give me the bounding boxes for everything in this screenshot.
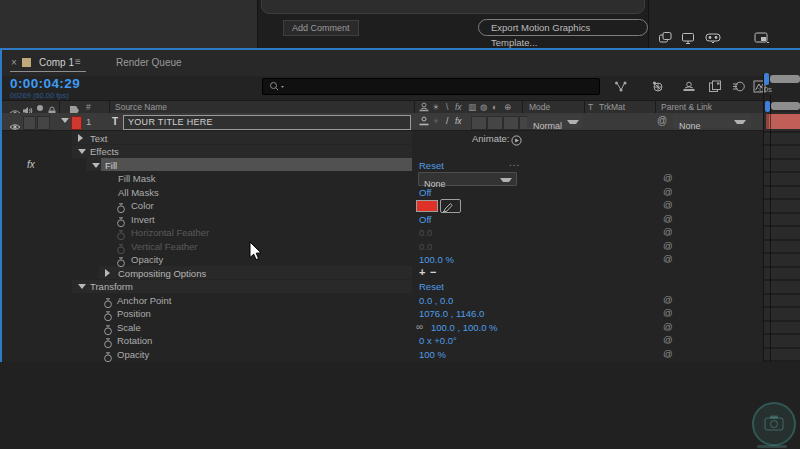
scale-value[interactable]: 100.0 , 100.0 %: [431, 322, 498, 333]
color-swatch[interactable]: [416, 200, 438, 212]
pickwhip-horizontal-feather[interactable]: @: [663, 226, 673, 237]
twirl-text[interactable]: [78, 134, 83, 142]
stopwatch-color[interactable]: [116, 200, 126, 211]
frame-blending-icon[interactable]: [708, 79, 722, 93]
work-area-track[interactable]: [771, 102, 800, 110]
motion-blur-icon[interactable]: [732, 79, 746, 93]
label-fill[interactable]: Fill: [105, 160, 117, 171]
layer-frame-blend-cell[interactable]: [471, 116, 487, 130]
layer-fx-switch[interactable]: fx: [455, 116, 462, 126]
label-anchor-point[interactable]: Anchor Point: [117, 295, 171, 306]
twirl-compositing-options[interactable]: [105, 269, 110, 277]
vertical-feather-value[interactable]: 0.0: [419, 241, 432, 252]
layer-duration-bar[interactable]: [766, 114, 800, 129]
stopwatch-rotation[interactable]: [103, 335, 113, 346]
label-fill-opacity[interactable]: Opacity: [131, 254, 163, 265]
export-motion-graphics-template-button[interactable]: Export Motion Graphics Template...: [478, 19, 648, 36]
twirl-transform[interactable]: [78, 284, 86, 289]
work-area-handle[interactable]: [765, 101, 770, 112]
add-comment-button[interactable]: Add Comment: [283, 20, 359, 36]
index-column-header[interactable]: #: [86, 102, 91, 112]
fill-opacity-value[interactable]: 100.0 %: [419, 254, 454, 265]
close-icon[interactable]: ×: [11, 57, 17, 68]
layer-adjustment-cell[interactable]: [503, 116, 519, 130]
reset-transform[interactable]: Reset: [419, 281, 444, 292]
add-property-button[interactable]: +: [419, 266, 425, 278]
stopwatch-transform-opacity[interactable]: [103, 349, 113, 360]
label-compositing-options[interactable]: Compositing Options: [118, 268, 206, 279]
layers-icon[interactable]: [658, 31, 674, 46]
pip-icon[interactable]: [754, 31, 770, 46]
remove-property-button[interactable]: −: [430, 266, 436, 278]
display-icon[interactable]: [681, 31, 697, 46]
stopwatch-horizontal-feather[interactable]: [116, 227, 126, 238]
rotation-value[interactable]: 0 x +0.0°: [419, 335, 457, 346]
label-vertical-feather[interactable]: Vertical Feather: [131, 241, 198, 252]
current-time-indicator[interactable]: [770, 95, 771, 362]
mini-flowchart-icon[interactable]: [614, 79, 628, 93]
pickwhip-transform-opacity[interactable]: @: [663, 348, 673, 359]
layer-solo-cell[interactable]: [37, 116, 50, 130]
label-all-masks[interactable]: All Masks: [118, 187, 159, 198]
pickwhip-invert[interactable]: @: [663, 213, 673, 224]
tab-render-queue[interactable]: Render Queue: [116, 57, 182, 68]
layer-name-field[interactable]: YOUR TITLE HERE: [123, 115, 411, 130]
stopwatch-fill-opacity[interactable]: [116, 254, 126, 265]
timeline-navigator-handle[interactable]: [764, 73, 769, 85]
layer-quality-switch[interactable]: /: [446, 116, 448, 126]
timeline-navigator-track[interactable]: [770, 75, 800, 83]
layer-collapse-switch[interactable]: ☀: [432, 116, 440, 126]
position-value[interactable]: 1076.0 , 1146.0: [419, 308, 484, 319]
current-timecode[interactable]: 0:00:04:29: [10, 76, 80, 91]
label-invert[interactable]: Invert: [131, 214, 155, 225]
parent-dropdown[interactable]: None: [673, 115, 751, 128]
effect-options-dots[interactable]: ...: [509, 157, 520, 168]
mode-column-header[interactable]: Mode: [529, 102, 550, 112]
twirl-fill[interactable]: [92, 163, 100, 168]
invert-value[interactable]: Off: [419, 214, 432, 225]
goggles-icon[interactable]: [705, 31, 721, 46]
stopwatch-vertical-feather[interactable]: [116, 241, 126, 252]
eyedropper-button[interactable]: [440, 199, 461, 213]
twirl-effects[interactable]: [78, 149, 86, 154]
search-input[interactable]: [262, 78, 600, 95]
label-rotation[interactable]: Rotation: [117, 335, 152, 346]
label-transform[interactable]: Transform: [90, 281, 133, 292]
horizontal-feather-value[interactable]: 0.0: [419, 227, 432, 238]
stopwatch-scale[interactable]: [103, 322, 113, 333]
pickwhip-anchor-point[interactable]: @: [663, 294, 673, 305]
draft-3d-icon[interactable]: [651, 79, 665, 93]
pickwhip-rotation[interactable]: @: [663, 334, 673, 345]
transform-opacity-value[interactable]: 100 %: [419, 349, 446, 360]
label-transform-opacity[interactable]: Opacity: [117, 349, 149, 360]
t-column-header[interactable]: T: [588, 102, 593, 112]
trkmat-dropdown[interactable]: [587, 115, 653, 128]
label-text[interactable]: Text: [90, 133, 107, 144]
pickwhip-fill-opacity[interactable]: @: [663, 253, 673, 264]
shy-layers-icon[interactable]: [682, 79, 696, 93]
scale-link-icon[interactable]: ∞: [416, 321, 423, 332]
solo-column-icon[interactable]: [37, 105, 43, 111]
label-fill-mask[interactable]: Fill Mask: [118, 173, 155, 184]
pickwhip-vertical-feather[interactable]: @: [663, 240, 673, 251]
label-color[interactable]: Color: [131, 200, 154, 211]
stopwatch-anchor-point[interactable]: [103, 295, 113, 306]
fill-mask-dropdown[interactable]: None: [418, 172, 517, 186]
pickwhip-scale[interactable]: @: [663, 321, 673, 332]
layer-audio-cell[interactable]: [23, 116, 36, 130]
stopwatch-position[interactable]: [103, 308, 113, 319]
trkmat-column-header[interactable]: TrkMat: [599, 102, 625, 112]
label-scale[interactable]: Scale: [117, 322, 141, 333]
layer-shy-switch[interactable]: [419, 116, 429, 128]
pickwhip-fill-mask[interactable]: @: [663, 172, 673, 183]
anchor-point-value[interactable]: 0.0 , 0.0: [419, 295, 453, 306]
all-masks-value[interactable]: Off: [419, 187, 432, 198]
parent-link-column-header[interactable]: Parent & Link: [661, 102, 712, 112]
panel-menu-icon[interactable]: ≡: [75, 56, 81, 67]
stopwatch-invert[interactable]: [116, 214, 126, 225]
layer-label-swatch[interactable]: [71, 116, 82, 130]
pickwhip-color[interactable]: @: [663, 199, 673, 210]
pickwhip-all-masks[interactable]: @: [663, 186, 673, 197]
reset-fill[interactable]: Reset: [419, 160, 444, 171]
blend-mode-dropdown[interactable]: Normal: [527, 115, 583, 128]
